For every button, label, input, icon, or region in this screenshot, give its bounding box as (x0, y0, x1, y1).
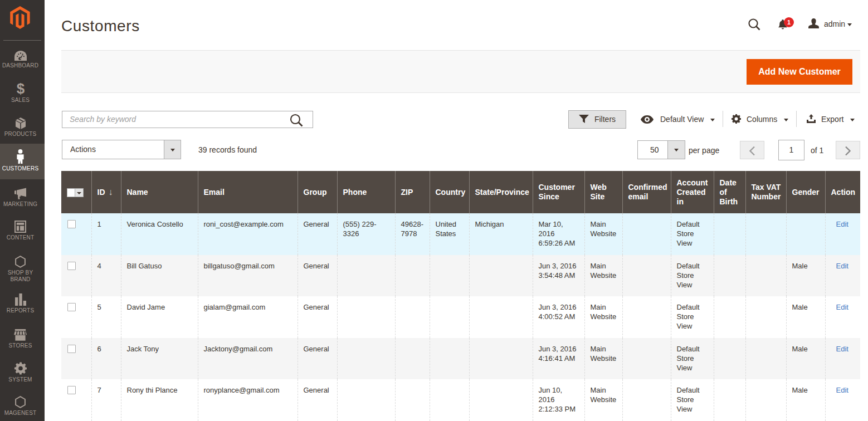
svg-text:$: $ (17, 82, 25, 95)
